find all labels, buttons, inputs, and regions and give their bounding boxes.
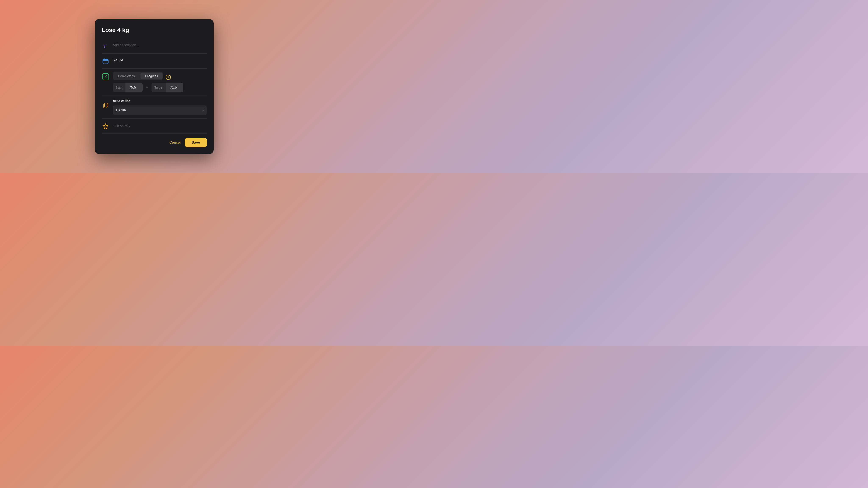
checkbox-container: ✓ xyxy=(102,73,109,80)
svg-rect-7 xyxy=(104,103,108,107)
progress-inputs: Start → Target xyxy=(113,83,207,92)
tab-row: Completable Progress i xyxy=(113,72,207,83)
text-icon: T xyxy=(102,42,110,50)
progress-section: ✓ Completable Progress i Start xyxy=(102,69,207,96)
tab-group: Completable Progress xyxy=(113,72,163,80)
target-value-input[interactable] xyxy=(166,83,183,92)
arrow-icon: → xyxy=(145,85,149,90)
area-icon xyxy=(102,100,110,107)
svg-rect-3 xyxy=(103,60,108,61)
link-activity-section: Link activity xyxy=(102,119,207,134)
area-of-life-label: Area of life xyxy=(113,99,207,103)
cancel-button[interactable]: Cancel xyxy=(168,138,181,147)
link-row: Link activity xyxy=(102,122,207,130)
area-of-life-section: Area of life Health Work Personal Financ… xyxy=(102,96,207,119)
modal-title: Lose 4 kg xyxy=(102,27,207,33)
svg-rect-6 xyxy=(104,104,107,108)
checkmark-icon: ✓ xyxy=(104,74,107,78)
start-label: Start xyxy=(113,83,125,92)
svg-text:T: T xyxy=(103,43,106,49)
tab-completable[interactable]: Completable xyxy=(113,73,141,79)
link-activity-content[interactable]: Link activity xyxy=(113,123,207,129)
calendar-icon xyxy=(102,57,110,65)
date-content[interactable]: '24 Q4 xyxy=(113,57,207,64)
modal-footer: Cancel Save xyxy=(102,134,207,147)
description-section: T xyxy=(102,38,207,54)
save-button[interactable]: Save xyxy=(185,138,207,147)
modal-container: Lose 4 kg T '24 Q4 xyxy=(95,19,214,154)
area-select-wrapper: Health Work Personal Finance Relationshi… xyxy=(113,105,207,115)
target-label: Target xyxy=(152,83,166,92)
progress-checkbox-icon: ✓ xyxy=(102,72,110,80)
info-icon[interactable]: i xyxy=(166,75,171,80)
date-value: '24 Q4 xyxy=(113,57,207,64)
start-input-group: Start xyxy=(113,83,143,92)
date-section: '24 Q4 xyxy=(102,54,207,69)
area-of-life-select[interactable]: Health Work Personal Finance Relationshi… xyxy=(113,105,207,115)
description-input[interactable] xyxy=(113,42,207,48)
progress-content: Completable Progress i Start → xyxy=(113,72,207,92)
progress-inner: ✓ Completable Progress i Start xyxy=(102,72,207,92)
area-content: Area of life Health Work Personal Financ… xyxy=(113,99,207,115)
star-icon xyxy=(102,123,110,130)
description-content[interactable] xyxy=(113,42,207,48)
link-activity-placeholder: Link activity xyxy=(113,123,207,129)
tab-progress[interactable]: Progress xyxy=(141,73,162,79)
area-row: Area of life Health Work Personal Financ… xyxy=(102,99,207,115)
target-input-group: Target xyxy=(152,83,184,92)
start-value-input[interactable] xyxy=(126,83,143,92)
